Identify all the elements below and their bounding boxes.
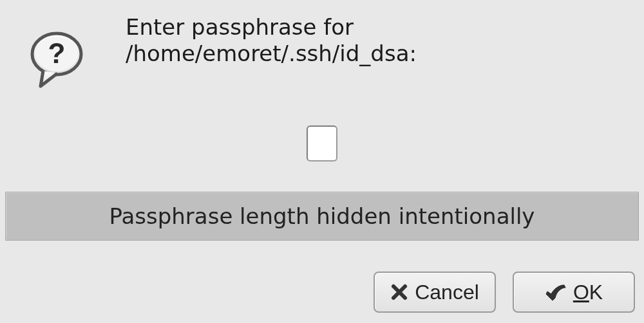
cancel-button[interactable]: Cancel bbox=[374, 272, 496, 313]
svg-text:?: ? bbox=[48, 37, 66, 69]
question-bubble-icon: ? bbox=[29, 31, 87, 90]
cancel-icon bbox=[390, 283, 408, 301]
passphrase-input-wrap bbox=[0, 125, 644, 162]
passphrase-hint-bar: Passphrase length hidden intentionally bbox=[5, 192, 639, 241]
ssh-passphrase-dialog: ? Enter passphrase for /home/emoret/.ssh… bbox=[0, 0, 644, 323]
cancel-button-label: Cancel bbox=[415, 281, 479, 304]
ok-button-label: OK bbox=[573, 281, 603, 304]
dialog-button-row: Cancel OK bbox=[374, 272, 635, 313]
prompt-row: ? Enter passphrase for /home/emoret/.ssh… bbox=[29, 12, 631, 90]
prompt-text: Enter passphrase for /home/emoret/.ssh/i… bbox=[87, 12, 631, 67]
ok-button[interactable]: OK bbox=[513, 272, 635, 313]
passphrase-input[interactable] bbox=[307, 125, 337, 162]
ok-apply-icon bbox=[545, 282, 567, 302]
